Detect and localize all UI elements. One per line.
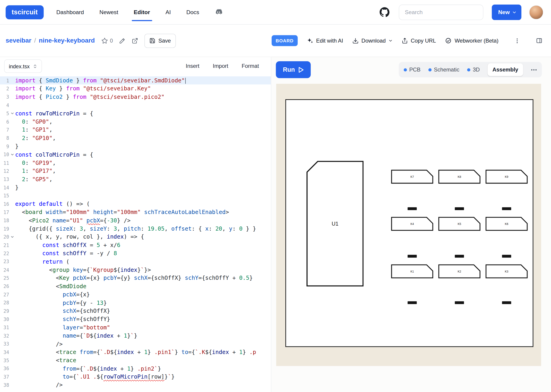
code-line[interactable]: 20 ({ x, y, row, col }, index) => { bbox=[0, 233, 271, 241]
code-line[interactable]: 24 <group key={`Kgroup${index}`}> bbox=[0, 266, 271, 274]
assembly-diode[interactable] bbox=[502, 207, 511, 210]
assembly-key-k6[interactable]: K6 bbox=[485, 217, 528, 231]
view-tabs-more-icon[interactable] bbox=[531, 69, 537, 70]
code-line[interactable]: 16export default () => ( bbox=[0, 200, 271, 208]
nav-link-docs[interactable]: Docs bbox=[186, 9, 199, 15]
avatar[interactable] bbox=[529, 5, 543, 19]
assembly-key-k5[interactable]: K5 bbox=[438, 217, 481, 231]
code-line[interactable]: 21 const schOffX = 5 + x/6 bbox=[0, 241, 271, 249]
code-line[interactable]: 32 name={`D${index + 1}`} bbox=[0, 332, 271, 340]
code-line[interactable]: 27 pcbX={x} bbox=[0, 290, 271, 299]
code-line[interactable]: 9} bbox=[0, 142, 271, 150]
webworker-toggle[interactable]: Webworker (Beta) bbox=[445, 37, 498, 44]
board-badge[interactable]: BOARD bbox=[272, 35, 298, 46]
nav-link-dashboard[interactable]: Dashboard bbox=[56, 9, 84, 15]
download-button[interactable]: Download bbox=[352, 38, 392, 44]
code-line[interactable]: 30 schY={schOffY} bbox=[0, 315, 271, 323]
code-line[interactable]: 2import { Key } from "@tsci/seveibar.Key… bbox=[0, 85, 271, 93]
assembly-diode[interactable] bbox=[455, 255, 464, 258]
code-line[interactable]: 25 <Key pcbX={x} pcbY={y} schX={schOffX}… bbox=[0, 274, 271, 282]
breadcrumb-project-name[interactable]: nine-key-keyboard bbox=[39, 37, 95, 44]
tab-assembly[interactable]: Assembly bbox=[487, 63, 523, 76]
code-line[interactable]: 22 const schOffY = -y / 8 bbox=[0, 249, 271, 258]
code-text: /> bbox=[15, 340, 62, 348]
code-text: import { Key } from "@tsci/seveibar.Key" bbox=[15, 85, 151, 93]
tab-pcb[interactable]: PCB bbox=[404, 66, 420, 73]
editor-action-format[interactable]: Format bbox=[242, 63, 259, 70]
code-line[interactable]: 10const colToMicroPin = { bbox=[0, 150, 271, 159]
code-line[interactable]: 15 bbox=[0, 192, 271, 200]
fold-icon[interactable] bbox=[9, 112, 15, 115]
tab-3d[interactable]: 3D bbox=[467, 66, 480, 73]
split-panel-icon[interactable] bbox=[536, 37, 542, 44]
editor-action-insert[interactable]: Insert bbox=[186, 63, 199, 70]
code-line[interactable]: 31 layer="bottom" bbox=[0, 323, 271, 331]
code-line[interactable]: 4 bbox=[0, 101, 271, 109]
assembly-diode[interactable] bbox=[502, 255, 511, 258]
assembly-diode[interactable] bbox=[455, 301, 464, 304]
external-link-icon[interactable] bbox=[132, 38, 138, 44]
editor-action-import[interactable]: Import bbox=[213, 63, 228, 70]
code-line[interactable]: 23 return ( bbox=[0, 258, 271, 266]
file-tab[interactable]: index.tsx bbox=[4, 59, 42, 73]
assembly-diode[interactable] bbox=[502, 301, 511, 304]
code-line[interactable]: 17 <board width="100mm" height="100mm" s… bbox=[0, 208, 271, 216]
discord-icon[interactable] bbox=[214, 7, 223, 17]
code-line[interactable]: 14} bbox=[0, 183, 271, 192]
code-line[interactable]: 11 0: "GP19", bbox=[0, 159, 271, 167]
assembly-diode[interactable] bbox=[408, 301, 417, 304]
pencil-icon[interactable] bbox=[119, 38, 126, 44]
code-line[interactable]: 36 from={`.D${index + 1} .pin2`} bbox=[0, 364, 271, 373]
assembly-diode[interactable] bbox=[408, 255, 417, 258]
nav-link-ai[interactable]: AI bbox=[165, 9, 171, 15]
fold-icon[interactable] bbox=[9, 235, 15, 238]
github-icon[interactable] bbox=[379, 7, 390, 17]
assembly-key-k2[interactable]: K2 bbox=[438, 264, 481, 278]
edit-with-ai-button[interactable]: Edit with AI bbox=[307, 38, 343, 44]
assembly-key-k4[interactable]: K4 bbox=[391, 217, 433, 231]
code-text: 2: "GP10", bbox=[15, 134, 56, 142]
code-line[interactable]: 12 1: "GP17", bbox=[0, 167, 271, 175]
new-button[interactable]: New bbox=[492, 4, 521, 20]
copy-url-button[interactable]: Copy URL bbox=[401, 38, 436, 44]
nav-link-newest[interactable]: Newest bbox=[99, 9, 118, 15]
code-line[interactable]: 1import { SmdDiode } from "@tsci/seveiba… bbox=[0, 76, 271, 84]
code-line[interactable]: 26 <SmdDiode bbox=[0, 282, 271, 290]
assembly-key-k7[interactable]: K7 bbox=[391, 170, 433, 184]
code-line[interactable]: 8 2: "GP10", bbox=[0, 134, 271, 142]
line-number: 26 bbox=[0, 283, 9, 289]
assembly-key-k1[interactable]: K1 bbox=[391, 264, 433, 278]
save-button[interactable]: Save bbox=[145, 34, 176, 48]
assembly-diode[interactable] bbox=[455, 207, 464, 210]
assembly-key-k3[interactable]: K3 bbox=[485, 264, 528, 278]
code-area[interactable]: 1import { SmdDiode } from "@tsci/seveiba… bbox=[0, 75, 271, 392]
assembly-diode[interactable] bbox=[408, 207, 417, 210]
code-line[interactable]: 35 <trace bbox=[0, 356, 271, 364]
code-line[interactable]: 37 to={`.U1 .${rowToMicroPin[row]}`} bbox=[0, 373, 271, 381]
code-line[interactable]: 18 <Pico2 name="U1" pcbX={-30} /> bbox=[0, 216, 271, 224]
tscircuit-logo[interactable]: tscircuit bbox=[6, 5, 44, 19]
code-line[interactable]: 38 /> bbox=[0, 381, 271, 389]
assembly-key-k9[interactable]: K9 bbox=[485, 170, 528, 184]
code-line[interactable]: 28 pcbY={y - 13} bbox=[0, 299, 271, 307]
breadcrumb-owner[interactable]: seveibar bbox=[6, 37, 31, 44]
code-line[interactable]: 29 schX={schOffX} bbox=[0, 307, 271, 315]
fold-icon[interactable] bbox=[9, 153, 15, 156]
code-line[interactable]: 6 0: "GP0", bbox=[0, 118, 271, 126]
code-line[interactable]: 3import { Pico2 } from "@tsci/seveibar.p… bbox=[0, 93, 271, 101]
tab-schematic[interactable]: Schematic bbox=[428, 66, 459, 73]
kebab-menu-icon[interactable] bbox=[514, 38, 521, 44]
star-icon[interactable] bbox=[101, 37, 108, 44]
code-line[interactable]: 33 /> bbox=[0, 340, 271, 348]
code-line[interactable]: 34 <trace from={`.D${index + 1} .pin1`} … bbox=[0, 348, 271, 356]
nav-link-editor[interactable]: Editor bbox=[134, 9, 150, 15]
code-line[interactable]: 5const rowToMicroPin = { bbox=[0, 109, 271, 118]
assembly-canvas[interactable]: U1 K7K8K9K4K5K6K1K2K3 bbox=[276, 84, 541, 366]
run-button[interactable]: Run bbox=[276, 61, 311, 78]
code-line[interactable]: 13 2: "GP5", bbox=[0, 175, 271, 183]
search-input[interactable] bbox=[399, 4, 483, 20]
code-line[interactable]: 7 1: "GP1", bbox=[0, 126, 271, 134]
code-line[interactable]: 19 {grid({ sizeX: 3, sizeY: 3, pitch: 19… bbox=[0, 224, 271, 233]
svg-text:K4: K4 bbox=[410, 222, 414, 226]
assembly-key-k8[interactable]: K8 bbox=[438, 170, 481, 184]
